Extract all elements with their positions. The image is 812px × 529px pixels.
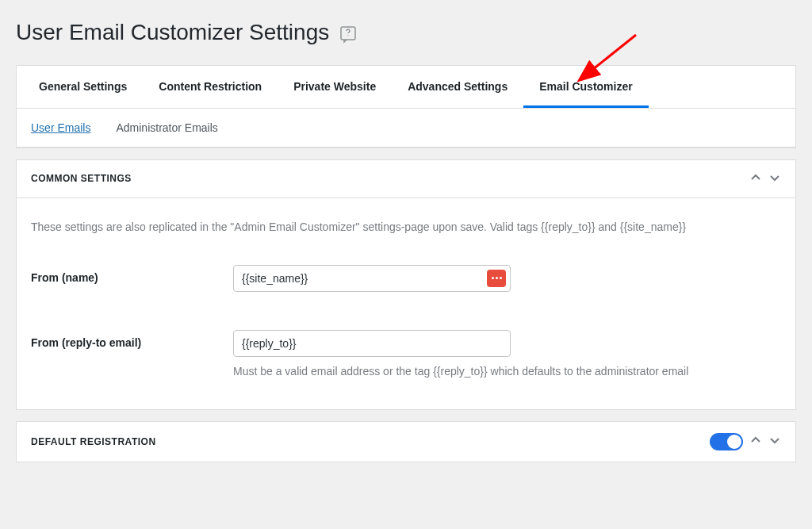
- chevron-down-icon[interactable]: [768, 171, 781, 186]
- subtab-administrator-emails[interactable]: Administrator Emails: [116, 121, 217, 134]
- main-tabs: General Settings Content Restriction Pri…: [17, 66, 795, 109]
- from-name-input[interactable]: [233, 265, 511, 292]
- panel-body: These settings are also replicated in th…: [17, 198, 795, 409]
- page-title: User Email Customizer Settings: [16, 20, 329, 45]
- default-registration-panel: DEFAULT REGISTRATION: [16, 421, 796, 462]
- tab-advanced-settings[interactable]: Advanced Settings: [392, 66, 523, 108]
- from-reply-label: From (reply-to email): [31, 330, 233, 349]
- chevron-up-icon[interactable]: [749, 434, 762, 449]
- panel-controls: [710, 433, 781, 450]
- panel-header: DEFAULT REGISTRATION: [17, 422, 795, 462]
- common-settings-panel: COMMON SETTINGS These settings are also …: [16, 159, 796, 410]
- sub-tabs: User Emails Administrator Emails: [17, 109, 795, 148]
- tab-general-settings[interactable]: General Settings: [23, 66, 143, 108]
- tab-private-website[interactable]: Private Website: [278, 66, 392, 108]
- registration-toggle[interactable]: [710, 433, 743, 450]
- from-reply-hint: Must be a valid email address or the tag…: [233, 365, 781, 378]
- field-from-reply: From (reply-to email) Must be a valid em…: [31, 330, 781, 378]
- tab-content-restriction[interactable]: Content Restriction: [143, 66, 278, 108]
- help-icon[interactable]: [339, 25, 358, 46]
- panel-description: These settings are also replicated in th…: [31, 220, 781, 233]
- tab-email-customizer[interactable]: Email Customizer: [523, 66, 648, 108]
- panel-header: COMMON SETTINGS: [17, 160, 795, 198]
- chevron-down-icon[interactable]: [768, 434, 781, 449]
- password-manager-icon[interactable]: [487, 270, 506, 287]
- chevron-up-icon[interactable]: [749, 171, 762, 186]
- field-from-name: From (name): [31, 265, 781, 292]
- panel-title-registration: DEFAULT REGISTRATION: [31, 436, 156, 447]
- from-reply-input[interactable]: [233, 330, 511, 357]
- tabs-container: General Settings Content Restriction Pri…: [16, 65, 796, 148]
- subtab-user-emails[interactable]: User Emails: [31, 121, 90, 134]
- panel-controls: [749, 171, 781, 186]
- svg-point-1: [348, 35, 349, 36]
- from-name-label: From (name): [31, 265, 233, 284]
- panel-title-common: COMMON SETTINGS: [31, 173, 132, 184]
